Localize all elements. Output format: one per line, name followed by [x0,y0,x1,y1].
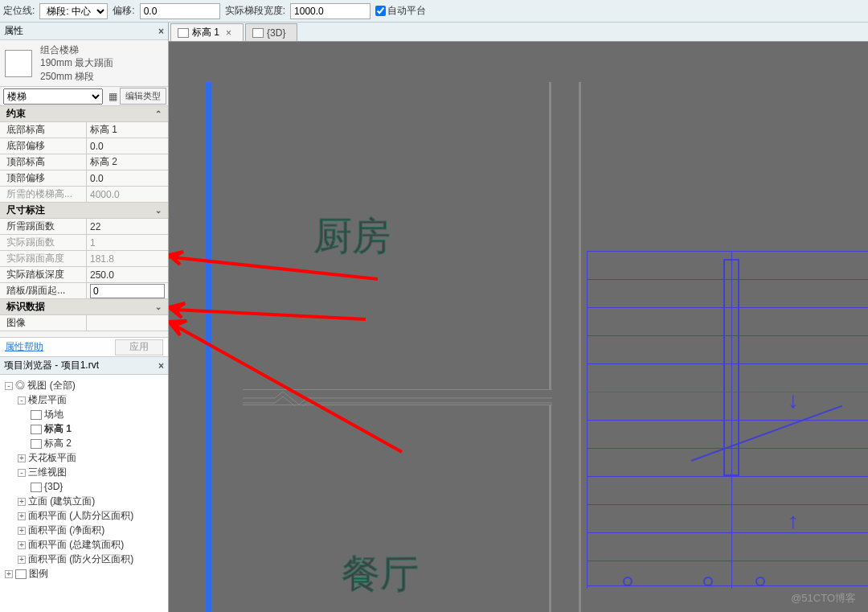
tree-item-elev[interactable]: +立面 (建筑立面) [18,494,166,508]
image-val[interactable] [87,315,168,331]
auto-landing-check[interactable]: 自动平台 [375,4,426,18]
desired-risers-val[interactable]: 22 [87,219,168,234]
properties-help-link[interactable]: 属性帮助 [5,340,43,354]
options-bar: 定位线: 梯段: 中心 偏移: 实际梯段宽度: 自动平台 [0,0,868,23]
view-icon [178,28,189,38]
locate-line-select[interactable]: 梯段: 中心 [39,3,108,19]
properties-body: 约束⌃ 底部标高标高 1 底部偏移0.0 顶部标高标高 2 顶部偏移0.0 所需… [0,106,168,338]
offset-label: 偏移: [113,4,134,18]
drawing-canvas[interactable]: 厨房 餐厅 [169,42,868,612]
actual-tread-depth-val[interactable]: 250.0 [87,267,168,282]
arrow-down-icon: ↓ [788,388,799,413]
top-level-val[interactable]: 标高 2 [87,154,168,170]
tree-item-legends[interactable]: +图例 [5,566,166,581]
group-dimensions[interactable]: 尺寸标注⌄ [0,203,168,219]
offset-input[interactable] [140,3,220,19]
room-label-kitchen: 厨房 [313,211,391,262]
run-width-label: 实际梯段宽度: [225,4,285,18]
auto-landing-checkbox[interactable] [375,6,386,16]
tree-item-site[interactable]: 场地 [31,407,166,421]
group-constraints[interactable]: 约束⌃ [0,106,168,122]
top-offset-val[interactable]: 0.0 [87,170,168,186]
run-width-input[interactable] [290,3,371,19]
type-selector[interactable]: 组合楼梯 190mm 最大踢面 250mm 梯段 [0,40,168,87]
view-icon [252,28,264,38]
base-offset-val[interactable]: 0.0 [87,138,168,154]
browser-title: 项目浏览器 - 项目1.rvt × [0,357,168,375]
tree-item-level1[interactable]: 标高 1 [31,421,166,436]
tab-level1[interactable]: 标高 1× [170,23,244,41]
tree-item-3d[interactable]: {3D} [31,479,166,494]
close-icon[interactable]: × [158,26,164,37]
tree-item-area1[interactable]: +面积平面 (人防分区面积) [18,508,166,523]
close-icon[interactable]: × [158,360,164,372]
group-identity[interactable]: 标识数据⌄ [0,299,168,315]
tree-item-area2[interactable]: +面积平面 (净面积) [18,523,166,537]
tread-riser-start-val[interactable] [87,283,168,298]
tree-item-level2[interactable]: 标高 2 [31,436,166,450]
tree-item-area4[interactable]: +面积平面 (防火分区面积) [18,552,166,566]
type-thumb-icon [5,50,32,77]
tree-item-area3[interactable]: +面积平面 (总建筑面积) [18,537,166,552]
arrow-up-icon: ↑ [788,508,799,534]
view-tabs: 标高 1× {3D} [169,23,868,42]
tab-3d[interactable]: {3D} [245,23,297,41]
close-icon[interactable]: × [226,27,231,39]
locate-line-label: 定位线: [3,4,35,18]
properties-panel-title: 属性 × [0,23,168,40]
base-level-val[interactable]: 标高 1 [87,122,168,138]
project-browser-tree[interactable]: -◎ 视图 (全部) -楼层平面 场地 标高 1 标高 2 +天花板平面 -三维… [0,375,168,612]
room-label-dining: 餐厅 [342,548,419,600]
tree-item-ceiling[interactable]: +天花板平面 [18,450,166,465]
edit-type-icon: ▦ [108,91,117,102]
apply-button[interactable]: 应用 [115,339,163,355]
instance-category-select[interactable]: 楼梯 [3,88,103,105]
edit-type-button[interactable]: 编辑类型 [120,88,166,105]
watermark: @51CTO博客 [791,591,856,606]
